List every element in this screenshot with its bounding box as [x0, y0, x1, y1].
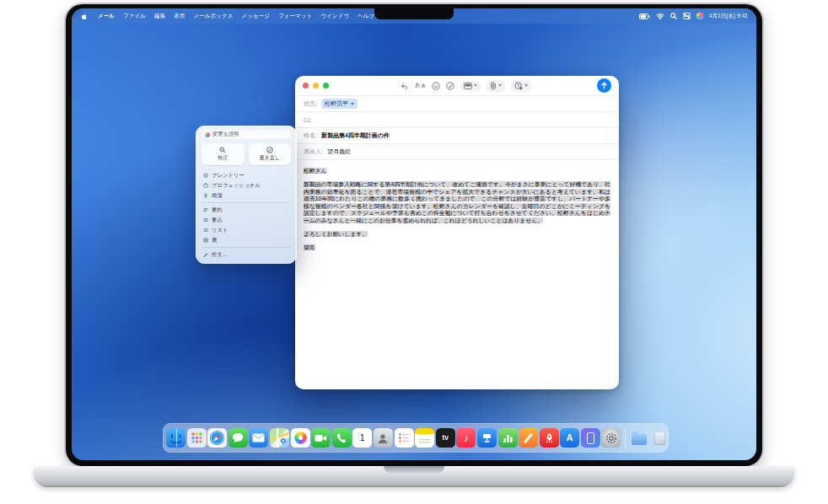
menu-item-window[interactable]: ウインドウ	[317, 13, 354, 20]
dock-phone-icon[interactable]	[332, 428, 352, 448]
dock-facetime-icon[interactable]	[311, 428, 331, 448]
dock-tv-icon[interactable]: tv	[436, 428, 455, 448]
control-center-icon[interactable]	[683, 13, 691, 19]
dock-rocket-icon[interactable]	[540, 428, 559, 448]
dock-mail-icon[interactable]	[249, 428, 268, 448]
friendly-icon	[203, 173, 208, 178]
laptop-base	[34, 466, 794, 487]
appstore-letter: A	[567, 433, 573, 442]
dock-keynote-icon[interactable]	[477, 428, 497, 448]
photo-browser-button[interactable]	[460, 81, 481, 91]
minimize-window-button[interactable]	[313, 83, 319, 88]
zoom-window-button[interactable]	[323, 83, 329, 88]
message-body[interactable]: 松野さん 新製品の市場参入戦略に関する第4四半期計画について、改めてご連絡です。…	[295, 160, 619, 260]
rewrite-button[interactable]: 書き直し	[249, 143, 292, 165]
dock-notes-icon[interactable]	[415, 428, 434, 448]
chevron-down-icon	[524, 84, 528, 87]
search-icon[interactable]	[670, 13, 677, 19]
address-fields: 宛先: 松野浩平 Cc: 件名: 新製品第4四半期計画の件 差出人: 望月義絵	[295, 95, 619, 160]
dock-pages-icon[interactable]	[519, 428, 538, 448]
dock-trash-icon[interactable]	[650, 428, 669, 448]
body-greeting: 松野さん	[304, 168, 327, 174]
menu-item-edit[interactable]: 編集	[150, 13, 169, 20]
cc-label: Cc:	[304, 117, 313, 123]
menubar-datetime[interactable]: 4月1日(水) 9:41	[709, 13, 748, 20]
transform-table-item[interactable]: 表	[202, 235, 291, 245]
tone-professional-label: プロフェッショナル	[212, 182, 261, 190]
concise-icon	[203, 193, 208, 198]
send-button[interactable]	[597, 78, 611, 93]
proofread-icon	[219, 147, 226, 153]
to-field[interactable]: 宛先: 松野浩平	[295, 95, 619, 111]
menu-item-file[interactable]: ファイル	[119, 13, 150, 20]
proofread-button[interactable]: 校正	[202, 143, 245, 165]
menu-item-message[interactable]: メッセージ	[238, 13, 275, 20]
dock-reminders-icon[interactable]	[395, 428, 414, 448]
folder-shape	[632, 434, 647, 445]
pages-pen	[524, 432, 533, 443]
menu-item-mailbox[interactable]: メールボックス	[189, 13, 237, 20]
dock-photos-icon[interactable]	[291, 428, 310, 448]
menu-item-mail[interactable]: メール	[94, 13, 119, 20]
transform-list-item[interactable]: リスト	[202, 225, 291, 235]
tone-friendly-item[interactable]: フレンドリー	[202, 170, 291, 180]
recipient-name: 松野浩平	[325, 99, 348, 108]
tone-professional-item[interactable]: プロフェッショナル	[202, 180, 291, 190]
dock-safari-icon[interactable]	[207, 428, 227, 448]
cc-field[interactable]: Cc:	[295, 111, 619, 127]
undo-icon[interactable]	[401, 78, 409, 94]
subject-field[interactable]: 件名: 新製品第4四半期計画の件	[295, 127, 619, 143]
battery-icon[interactable]	[639, 13, 650, 19]
tone-friendly-label: フレンドリー	[212, 172, 245, 180]
recipient-token[interactable]: 松野浩平	[321, 99, 358, 109]
from-field[interactable]: 差出人: 望月義絵	[295, 143, 619, 159]
table-icon	[203, 238, 208, 243]
photos-pinwheel	[294, 432, 307, 444]
compose-item[interactable]: 作文…	[202, 249, 291, 260]
macbook-mockup: メール ファイル 編集 表示 メールボックス メッセージ フォーマット ウインド…	[0, 0, 828, 504]
transform-summary-item[interactable]: 要約	[202, 205, 291, 215]
from-value: 望月義絵	[327, 147, 351, 156]
dock-messages-icon[interactable]	[229, 428, 248, 448]
dock-launchpad-icon[interactable]	[187, 428, 207, 448]
chevron-down-icon	[474, 84, 477, 87]
rewrite-label: 書き直し	[260, 154, 280, 162]
wifi-icon[interactable]	[656, 13, 664, 19]
music-note: ♪	[464, 433, 469, 443]
close-window-button[interactable]	[303, 83, 309, 88]
emoji-icon[interactable]	[432, 78, 440, 94]
dock-numbers-icon[interactable]	[498, 428, 518, 448]
menu-item-format[interactable]: フォーマット	[274, 13, 316, 20]
dock-music-icon[interactable]: ♪	[456, 428, 476, 448]
writing-tools-icon[interactable]	[446, 78, 454, 94]
dock-maps-icon[interactable]	[270, 428, 289, 448]
describe-change-field[interactable]: 変更を説明	[202, 130, 291, 139]
body-closing: よろしくお願いします。	[304, 231, 368, 237]
dock-calendar-icon[interactable]: 1	[352, 428, 372, 448]
dock-finder-icon[interactable]	[166, 428, 185, 448]
dock-contacts-icon[interactable]	[374, 428, 393, 448]
subject-label: 件名:	[304, 131, 317, 140]
menu-item-view[interactable]: 表示	[169, 13, 189, 20]
transform-list-label: リスト	[212, 227, 228, 234]
rewrite-icon	[266, 147, 273, 153]
format-text-icon[interactable]: あぁ	[415, 82, 426, 89]
laptop-display: メール ファイル 編集 表示 メールボックス メッセージ フォーマット ウインド…	[72, 8, 756, 460]
dock-appstore-icon[interactable]: A	[560, 428, 579, 448]
laptop-lid-scoop	[384, 466, 444, 473]
schedule-send-button[interactable]	[511, 80, 531, 92]
dock-iphone-mirroring-icon[interactable]	[581, 428, 600, 448]
dock-downloads-folder-icon[interactable]	[630, 428, 649, 448]
dock-settings-icon[interactable]	[601, 428, 621, 448]
siri-icon[interactable]	[696, 13, 703, 19]
window-titlebar[interactable]: あぁ	[295, 76, 619, 95]
body-signature: 望月	[304, 244, 315, 250]
tv-logo: tv	[442, 434, 449, 442]
transform-keypoints-item[interactable]: 要点	[202, 215, 291, 225]
apple-menu-icon[interactable]	[80, 13, 88, 20]
attach-file-button[interactable]	[487, 80, 505, 92]
from-label: 差出人:	[304, 147, 323, 156]
phone-outline	[587, 432, 594, 444]
briefcase-icon	[203, 183, 208, 188]
tone-concise-item[interactable]: 簡潔	[202, 190, 291, 201]
